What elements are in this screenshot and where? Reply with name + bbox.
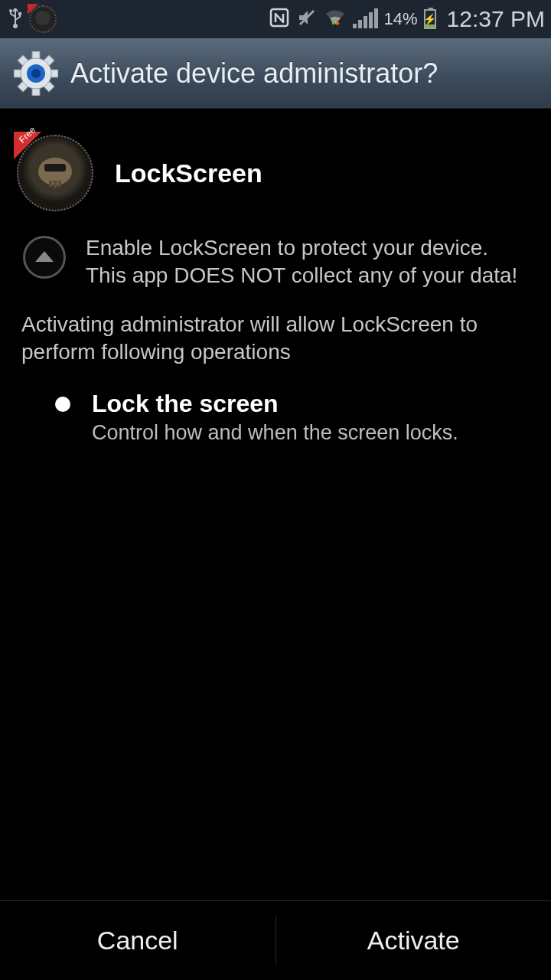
usb-icon xyxy=(6,6,24,32)
app-description: Enable LockScreen to protect your device… xyxy=(86,234,534,289)
battery-icon: ⚡ xyxy=(424,9,436,29)
mute-icon xyxy=(296,7,318,31)
status-left xyxy=(6,5,57,33)
clock: 12:37 PM xyxy=(447,6,545,32)
svg-point-15 xyxy=(31,69,41,78)
dialog-title: Activate device administrator? xyxy=(70,57,438,90)
status-bar: 14% ⚡ 12:37 PM xyxy=(0,0,551,38)
svg-point-0 xyxy=(9,9,12,12)
app-icon: Free xyxy=(17,135,93,211)
bullet-icon xyxy=(55,397,70,412)
battery-percentage: 14% xyxy=(384,9,418,29)
svg-rect-19 xyxy=(54,182,57,188)
collapse-button[interactable] xyxy=(23,236,66,279)
dialog-header: Activate device administrator? xyxy=(0,38,551,109)
app-name: LockScreen xyxy=(115,158,262,188)
dialog-content: Free LockScreen Enable LockScreen to pro… xyxy=(0,109,551,446)
operation-title: Lock the screen xyxy=(92,389,458,418)
app-row: Free LockScreen xyxy=(17,127,534,230)
settings-gear-icon xyxy=(14,51,58,96)
operations-intro: Activating administrator will allow Lock… xyxy=(17,311,534,389)
svg-rect-18 xyxy=(49,181,52,187)
svg-rect-1 xyxy=(18,12,21,15)
svg-point-2 xyxy=(13,24,18,28)
chevron-up-icon xyxy=(35,251,54,262)
description-row: Enable LockScreen to protect your device… xyxy=(17,230,534,311)
svg-rect-20 xyxy=(58,181,61,187)
activate-button[interactable]: Activate xyxy=(276,901,552,980)
app-notification-icon xyxy=(29,5,57,33)
nfc-icon xyxy=(269,7,290,31)
operation-item: Lock the screen Control how and when the… xyxy=(17,389,534,446)
wifi-icon xyxy=(324,8,347,31)
svg-rect-17 xyxy=(44,164,66,172)
status-right: 14% ⚡ 12:37 PM xyxy=(269,6,545,32)
cancel-button[interactable]: Cancel xyxy=(0,901,276,980)
operation-subtitle: Control how and when the screen locks. xyxy=(92,420,458,446)
button-bar: Cancel Activate xyxy=(0,900,551,980)
signal-icon xyxy=(353,10,378,28)
